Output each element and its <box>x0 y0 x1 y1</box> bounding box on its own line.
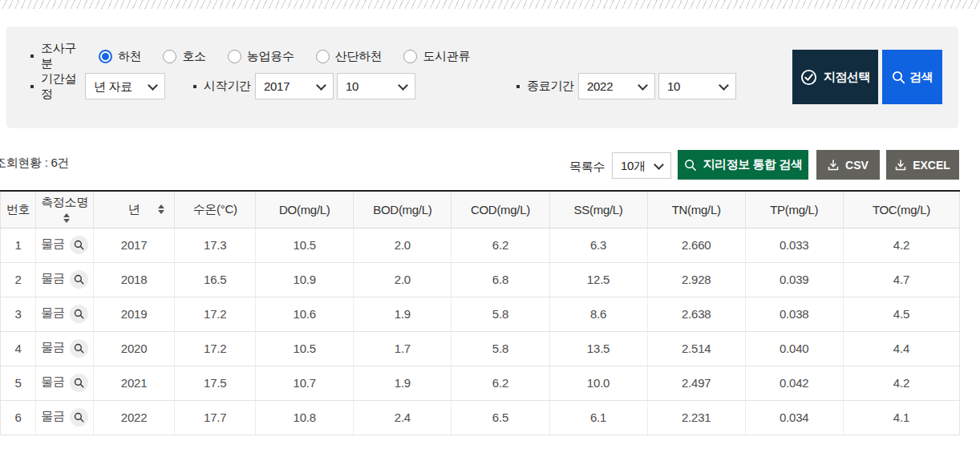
end-year-select-wrap: 2022 <box>578 73 655 99</box>
sort-icon[interactable] <box>158 204 164 214</box>
cell-value: 17.2 <box>175 297 256 331</box>
cell-value: 2.928 <box>647 262 745 297</box>
cell-value: 6.2 <box>452 366 549 400</box>
station-name: 물금 <box>41 237 65 250</box>
col-header-tn: TN(mg/L) <box>647 191 745 228</box>
cell-value: 2022 <box>94 400 175 435</box>
table-row: 4물금202017.210.51.75.813.52.5140.0404.4 <box>1 331 960 366</box>
excel-download-button[interactable]: EXCEL <box>886 150 959 180</box>
station-name: 물금 <box>41 374 65 388</box>
col-header-temp: 수온(°C) <box>175 191 256 228</box>
cell-value: 5.8 <box>452 331 549 366</box>
period-type-select-wrap: 년 자료 <box>85 73 165 99</box>
sort-icon[interactable] <box>63 213 70 223</box>
list-count-select[interactable]: 10개 <box>612 152 671 179</box>
csv-download-button[interactable]: CSV <box>816 150 880 180</box>
col-header-station[interactable]: 측정소명 <box>36 191 94 228</box>
cell-value: 4.5 <box>843 297 959 331</box>
cell-value: 2.660 <box>647 228 745 262</box>
cell-value: 13.5 <box>549 331 647 366</box>
cell-value: 0.040 <box>745 331 843 366</box>
cell-value: 4.7 <box>843 262 959 297</box>
start-year-select-wrap: 2017 <box>255 73 334 99</box>
cell-value: 2.638 <box>647 297 745 331</box>
station-name: 물금 <box>41 305 65 319</box>
cell-value: 12.5 <box>549 262 647 297</box>
cell-value: 2020 <box>94 331 175 366</box>
table-row: 3물금201917.210.61.95.88.62.6380.0384.5 <box>1 297 960 331</box>
cell-value: 4.1 <box>843 400 959 435</box>
table-row: 2물금201816.510.92.06.812.52.9280.0394.7 <box>1 262 960 297</box>
cell-value: 0.033 <box>745 228 843 262</box>
start-period-label: 시작기간 <box>193 79 255 94</box>
col-header-tp: TP(mg/L) <box>745 191 843 228</box>
cell-no: 3 <box>1 297 36 331</box>
cell-value: 4.4 <box>843 331 959 366</box>
radio-lake[interactable]: 호소 <box>163 49 205 64</box>
cell-value: 2018 <box>94 262 175 297</box>
cell-value: 2021 <box>94 366 175 400</box>
radio-industrial-stream[interactable]: 산단하천 <box>316 49 383 64</box>
geo-info-search-button[interactable]: 지리정보 통합 검색 <box>678 150 808 180</box>
radio-icon[interactable] <box>403 50 417 63</box>
search-button[interactable]: 검색 <box>882 50 942 104</box>
cell-value: 2.514 <box>647 331 745 366</box>
cell-station: 물금 <box>36 228 94 262</box>
top-hatched-strip <box>0 0 980 9</box>
bullet-icon <box>516 85 520 88</box>
station-zoom-button[interactable] <box>70 408 88 427</box>
radio-icon[interactable] <box>228 50 241 63</box>
cell-value: 6.3 <box>549 228 647 262</box>
station-zoom-button[interactable] <box>70 305 88 323</box>
station-name: 물금 <box>41 340 65 354</box>
radio-selected-icon[interactable] <box>99 50 112 63</box>
period-type-select[interactable]: 년 자료 <box>85 73 165 99</box>
cell-value: 17.7 <box>175 400 256 435</box>
radio-icon[interactable] <box>163 50 176 63</box>
list-count-label: 목록수 <box>569 160 605 175</box>
radio-river[interactable]: 하천 <box>99 49 141 64</box>
cell-value: 17.3 <box>175 228 256 262</box>
table-row: 6물금202217.710.82.46.56.12.2310.0344.1 <box>1 400 960 435</box>
end-year-select[interactable]: 2022 <box>578 73 655 99</box>
bullet-icon <box>30 55 34 58</box>
search-icon <box>684 159 697 172</box>
radio-agricultural-water[interactable]: 농업용수 <box>228 49 294 64</box>
cell-value: 10.8 <box>256 400 354 435</box>
cell-station: 물금 <box>36 400 94 435</box>
station-zoom-button[interactable] <box>70 339 88 358</box>
cell-value: 0.034 <box>745 400 843 435</box>
col-header-no: 번호 <box>1 191 36 228</box>
start-year-select[interactable]: 2017 <box>255 73 334 99</box>
cell-value: 8.6 <box>549 297 647 331</box>
col-header-bod: BOD(mg/L) <box>354 191 452 228</box>
col-header-toc: TOC(mg/L) <box>843 191 959 228</box>
start-month-select-wrap: 10 <box>337 73 415 99</box>
cell-value: 1.7 <box>354 331 452 366</box>
point-select-button[interactable]: 지점선택 <box>792 50 878 104</box>
cell-value: 4.2 <box>843 366 959 400</box>
search-icon <box>892 71 905 84</box>
cell-value: 17.2 <box>175 331 256 366</box>
cell-station: 물금 <box>36 366 94 400</box>
end-month-select[interactable]: 10 <box>658 73 736 99</box>
start-month-select[interactable]: 10 <box>337 73 415 99</box>
search-filter-panel: 조사구분 하천 호소 농업용수 산단하천 <box>6 26 958 128</box>
station-zoom-button[interactable] <box>70 270 88 289</box>
cell-no: 6 <box>1 400 36 435</box>
survey-type-radio-group: 하천 호소 농업용수 산단하천 도시관류 <box>99 49 492 64</box>
download-icon <box>895 160 906 171</box>
station-zoom-button[interactable] <box>70 236 88 254</box>
station-zoom-button[interactable] <box>70 374 88 392</box>
station-name: 물금 <box>41 409 65 423</box>
cell-value: 0.042 <box>745 366 843 400</box>
table-body: 1물금201717.310.52.06.26.32.6600.0334.22물금… <box>1 228 960 435</box>
cell-value: 6.8 <box>452 262 549 297</box>
cell-station: 물금 <box>36 297 94 331</box>
table-row: 5물금202117.510.71.96.210.02.4970.0424.2 <box>1 366 960 400</box>
col-header-year[interactable]: 년 <box>94 191 175 228</box>
cell-no: 1 <box>1 228 36 262</box>
cell-value: 2.0 <box>354 262 452 297</box>
radio-icon[interactable] <box>316 50 330 63</box>
radio-urban-flow[interactable]: 도시관류 <box>403 49 470 64</box>
